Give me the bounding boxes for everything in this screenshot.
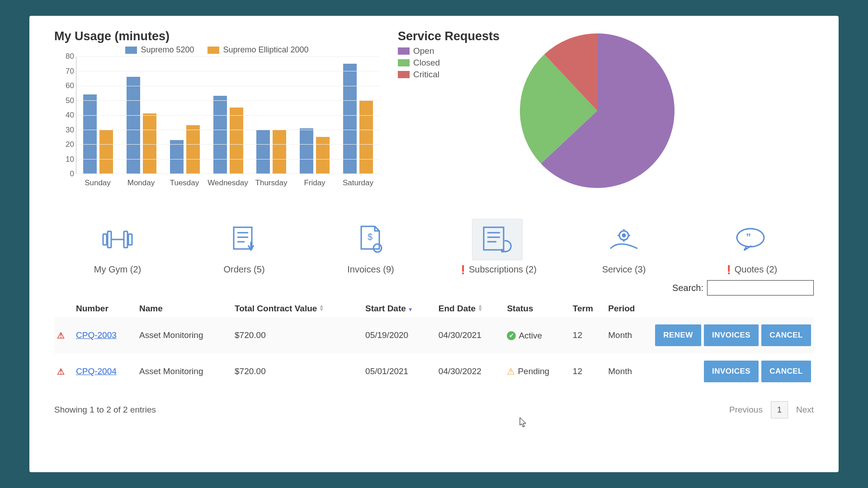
cell-start: 05/01/2021 <box>363 353 436 389</box>
cell-tcv: $720.00 <box>232 317 363 353</box>
bar-supremo-elliptical-2000-monday <box>143 113 156 174</box>
svg-rect-11 <box>484 227 504 250</box>
tile-label-invoices: Invoices (9) <box>307 264 434 275</box>
cell-tcv: $720.00 <box>232 353 363 389</box>
x-label-monday: Monday <box>119 176 163 192</box>
bar-supremo-elliptical-2000-sunday <box>99 130 113 174</box>
pie-legend-critical: Critical <box>398 70 500 80</box>
tile-quotes[interactable]: ”❗Quotes (2) <box>687 219 814 275</box>
service-requests-chart: Service Requests OpenClosedCritical <box>398 29 683 192</box>
pagination-summary: Showing 1 to 2 of 2 entries <box>54 405 156 415</box>
alert-icon: ❗ <box>724 265 734 274</box>
usage-bar-chart: My Usage (minutes) Supremo 5200 Supremo … <box>54 29 380 192</box>
search-input[interactable] <box>707 280 814 296</box>
pagination-previous[interactable]: Previous <box>729 405 763 415</box>
svg-text:$: $ <box>368 232 373 242</box>
svg-rect-0 <box>103 234 107 245</box>
cell-term: 12 <box>570 353 605 389</box>
svg-rect-3 <box>128 234 132 245</box>
status-badge: ✔Active <box>507 331 542 341</box>
bar-supremo-elliptical-2000-thursday <box>273 130 286 174</box>
x-label-sunday: Sunday <box>76 176 119 192</box>
alert-icon: ⚠ <box>57 367 65 376</box>
pagination-next[interactable]: Next <box>796 405 814 415</box>
usage-chart-legend: Supremo 5200 Supremo Elliptical 2000 <box>54 45 380 55</box>
invoices-icon: $ <box>346 219 396 260</box>
invoices-button[interactable]: INVOICES <box>704 361 759 382</box>
dashboard-card: My Usage (minutes) Supremo 5200 Supremo … <box>29 16 839 472</box>
cell-start: 05/19/2020 <box>363 317 436 353</box>
subscriptions-icon <box>472 219 522 260</box>
alert-icon: ❗ <box>458 265 468 274</box>
cancel-button[interactable]: CANCEL <box>761 324 811 346</box>
cursor-icon <box>519 417 528 429</box>
table-pagination: Showing 1 to 2 of 2 entries Previous 1 N… <box>54 401 814 418</box>
renew-button[interactable]: RENEW <box>655 324 701 346</box>
cancel-button[interactable]: CANCEL <box>761 361 811 382</box>
bar-supremo-elliptical-2000-friday <box>316 137 330 174</box>
bar-supremo-5200-saturday <box>343 64 357 174</box>
bar-supremo-5200-sunday <box>83 94 97 174</box>
tile-orders[interactable]: Orders (5) <box>181 219 307 275</box>
table-row: ⚠CPQ-2004Asset Monitoring$720.0005/01/20… <box>54 353 814 389</box>
tile-label-service: Service (3) <box>561 264 687 275</box>
tile-label-quotes: ❗Quotes (2) <box>687 264 814 275</box>
cell-period: Month <box>605 317 650 353</box>
tile-subscriptions[interactable]: ❗Subscriptions (2) <box>434 219 561 275</box>
cell-period: Month <box>605 353 650 389</box>
svg-point-16 <box>623 234 625 237</box>
col-end-date[interactable]: End Date▲▼ <box>436 300 505 317</box>
tile-label-subscriptions: ❗Subscriptions (2) <box>434 264 561 275</box>
bar-supremo-5200-tuesday <box>170 140 184 174</box>
orders-icon <box>219 219 269 260</box>
x-label-saturday: Saturday <box>336 176 380 192</box>
invoices-button[interactable]: INVOICES <box>704 324 759 346</box>
cell-end: 04/30/2022 <box>436 353 505 389</box>
subscription-number-link[interactable]: CPQ-2004 <box>76 366 117 376</box>
bar-supremo-elliptical-2000-tuesday <box>186 125 200 174</box>
subscriptions-table: NumberNameTotal Contract Value▲▼Start Da… <box>54 300 814 389</box>
col-term[interactable]: Term <box>570 300 605 317</box>
bar-supremo-5200-wednesday <box>213 96 227 174</box>
usage-chart-title: My Usage (minutes) <box>54 29 380 43</box>
legend-series-2: Supremo Elliptical 2000 <box>223 45 308 55</box>
tile-label-orders: Orders (5) <box>181 264 307 275</box>
svg-rect-2 <box>124 231 127 248</box>
status-badge: ⚠Pending <box>507 366 549 377</box>
col-name[interactable]: Name <box>137 300 232 317</box>
x-label-friday: Friday <box>293 176 336 192</box>
col-start-date[interactable]: Start Date▼ <box>363 300 436 317</box>
pagination-page-current[interactable]: 1 <box>771 401 788 418</box>
pie-legend-closed: Closed <box>398 58 500 68</box>
service-icon <box>599 219 649 260</box>
service-requests-title: Service Requests <box>398 29 500 43</box>
my-gym-icon <box>93 219 142 260</box>
tile-service[interactable]: Service (3) <box>561 219 687 275</box>
warning-icon: ⚠ <box>507 366 515 377</box>
col-number[interactable]: Number <box>73 300 137 317</box>
x-label-tuesday: Tuesday <box>163 176 206 192</box>
col-total-contract-value[interactable]: Total Contract Value▲▼ <box>232 300 363 317</box>
tile-my-gym[interactable]: My Gym (2) <box>54 219 181 275</box>
col-status[interactable]: Status <box>504 300 570 317</box>
table-search: Search: <box>54 280 814 296</box>
col-period[interactable]: Period <box>605 300 650 317</box>
subscription-number-link[interactable]: CPQ-2003 <box>76 330 117 340</box>
bar-supremo-5200-friday <box>300 128 313 174</box>
cell-end: 04/30/2021 <box>436 317 505 353</box>
tile-invoices[interactable]: $Invoices (9) <box>307 219 434 275</box>
cell-name: Asset Monitoring <box>137 317 232 353</box>
bar-supremo-5200-thursday <box>256 130 270 174</box>
table-row: ⚠CPQ-2003Asset Monitoring$720.0005/19/20… <box>54 317 814 353</box>
tile-label-my-gym: My Gym (2) <box>54 264 181 275</box>
service-requests-pie <box>511 29 683 192</box>
svg-rect-1 <box>108 231 111 248</box>
legend-series-1: Supremo 5200 <box>141 45 194 55</box>
search-label: Search: <box>672 283 703 293</box>
check-icon: ✔ <box>507 331 516 340</box>
bar-supremo-elliptical-2000-saturday <box>359 100 373 174</box>
nav-tiles: My Gym (2)Orders (5)$Invoices (9)❗Subscr… <box>54 219 814 275</box>
alert-icon: ⚠ <box>57 331 65 340</box>
x-label-wednesday: Wednesday <box>206 176 250 192</box>
bar-supremo-elliptical-2000-wednesday <box>230 108 243 174</box>
